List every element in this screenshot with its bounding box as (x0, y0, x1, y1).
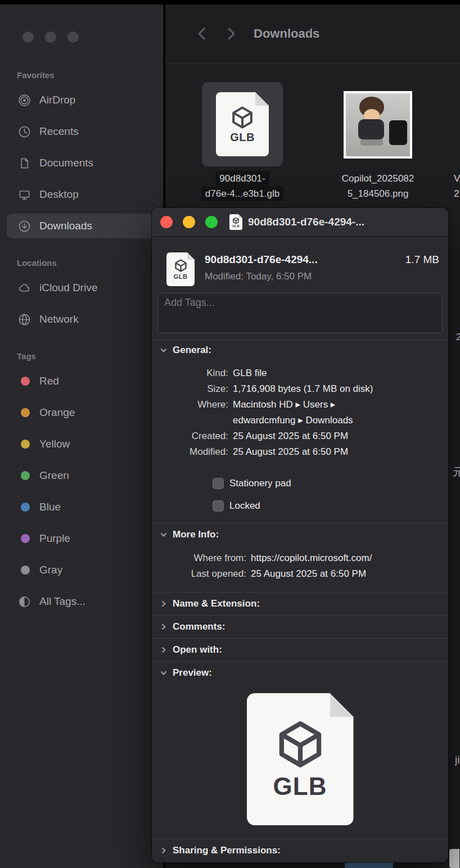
sidebar-item-all-tags[interactable]: All Tags... (7, 589, 156, 614)
sidebar-item-label: Network (39, 313, 79, 326)
info-row-created: Created: 25 August 2025 at 6:50 PM (152, 428, 448, 444)
page-fold (255, 92, 269, 106)
section-name-extension[interactable]: Name & Extension: (152, 593, 448, 615)
minimize-button[interactable] (183, 216, 195, 228)
info-window-title: 90d8d301-d76e-4294-... (248, 216, 364, 228)
info-file-header: GLB 90d8d301-d76e-4294... 1.7 MB Modifie… (166, 252, 439, 286)
tag-green-dot (17, 471, 31, 480)
sidebar-item-label: Yellow (39, 438, 70, 450)
sidebar-item-label: Purple (39, 532, 70, 545)
sidebar-item-tag-orange[interactable]: Orange (7, 400, 156, 425)
info-row-where-from: Where from: https://copilot.microsoft.co… (152, 550, 448, 566)
back-button[interactable] (195, 25, 209, 42)
finder-screen: Favorites AirDrop Recents Documents Desk… (0, 0, 460, 868)
glb-file-icon: GLB (229, 214, 242, 230)
more-info-rows: Where from: https://copilot.microsoft.co… (152, 550, 448, 582)
sidebar-item-documents[interactable]: Documents (7, 151, 156, 175)
chevron-right-icon (160, 623, 168, 631)
sidebar-item-tag-gray[interactable]: Gray (7, 558, 156, 582)
sidebar-item-tag-yellow[interactable]: Yellow (7, 432, 156, 456)
file-name-line: d76e-4...e3b1.glb (201, 186, 283, 201)
document-icon (17, 157, 31, 170)
close-button[interactable] (160, 216, 173, 228)
sidebar-item-tag-purple[interactable]: Purple (7, 526, 156, 551)
cube-icon (230, 105, 255, 130)
airdrop-icon (17, 94, 31, 107)
section-preview[interactable]: Preview: (152, 662, 448, 684)
finder-traffic-lights (22, 31, 79, 43)
downloads-icon (17, 220, 31, 233)
info-row-modified: Modified: 25 August 2025 at 6:50 PM (152, 444, 448, 460)
info-traffic-lights (160, 216, 218, 228)
sidebar-item-tag-blue[interactable]: Blue (7, 495, 156, 519)
desktop-icon (17, 188, 31, 201)
edge-icon-fragment (449, 849, 459, 868)
get-info-window: GLB 90d8d301-d76e-4294-... GLB 90d8d301-… (152, 208, 448, 862)
preview-glb-icon: GLB (247, 693, 354, 825)
section-sharing-permissions[interactable]: Sharing & Permissions: (152, 839, 448, 862)
file-glb-tile[interactable]: GLB (202, 82, 283, 166)
sidebar-item-label: Documents (39, 157, 93, 169)
section-comments[interactable]: Comments: (152, 616, 448, 638)
file-name: 90d8d301-d76e-4294... (205, 254, 400, 266)
sidebar-item-label: Blue (39, 501, 61, 513)
file-name-line: Copilot_2025082 (342, 173, 414, 184)
sidebar-item-downloads[interactable]: Downloads (7, 214, 156, 238)
close-button[interactable] (22, 31, 34, 43)
sidebar-item-label: Downloads (39, 220, 92, 232)
png-thumbnail (346, 93, 410, 156)
cube-icon (174, 259, 188, 273)
forward-button[interactable] (224, 25, 238, 42)
stationery-pad-row: Stationery pad (213, 476, 448, 491)
sidebar-item-airdrop[interactable]: AirDrop (7, 88, 156, 112)
tags-field[interactable] (157, 293, 443, 333)
edge-file-name-fragment: 元 (453, 464, 460, 480)
window-title: Downloads (254, 26, 319, 41)
sidebar-section-tags: Tags (0, 346, 163, 367)
chevron-right-icon (160, 646, 168, 654)
section-general[interactable]: General: (152, 341, 448, 360)
edge-file-name-fragment: 2 (456, 329, 460, 345)
sidebar-item-label: Orange (39, 406, 75, 419)
info-row-where: Where: Macintosh HD ▸ Users ▸ edwardcmfu… (152, 397, 448, 428)
info-row-last-opened: Last opened: 25 August 2025 at 6:50 PM (152, 566, 448, 582)
file-name-line: 90d8d301- (215, 171, 269, 186)
sidebar-item-network[interactable]: Network (7, 307, 156, 332)
sidebar-item-label: Recents (39, 125, 79, 138)
file-modified: Modified: Today, 6:50 PM (205, 271, 439, 282)
clock-icon (17, 125, 31, 138)
sidebar-item-icloud-drive[interactable]: iCloud Drive (7, 275, 156, 300)
sidebar-item-recents[interactable]: Recents (7, 119, 156, 144)
tag-purple-dot (17, 534, 31, 543)
file-size: 1.7 MB (405, 254, 439, 266)
page-fold (330, 693, 354, 717)
zoom-button[interactable] (67, 31, 79, 43)
glb-file-icon: GLB (166, 252, 195, 286)
file-png-name[interactable]: Copilot_2025082 5_184506.png (310, 171, 445, 201)
sidebar-item-label: iCloud Drive (39, 282, 97, 294)
locked-checkbox[interactable] (213, 500, 224, 512)
sidebar-item-tag-red[interactable]: Red (7, 369, 156, 394)
sidebar-item-tag-green[interactable]: Green (7, 463, 156, 488)
finder-sidebar: Favorites AirDrop Recents Documents Desk… (0, 4, 164, 868)
add-tags-input[interactable] (163, 296, 439, 309)
stationery-pad-checkbox[interactable] (213, 478, 224, 489)
finder-toolbar: Downloads (165, 4, 460, 64)
info-row-kind: Kind: GLB file (152, 365, 448, 381)
section-more-info[interactable]: More Info: (152, 523, 448, 546)
chevron-right-icon (160, 600, 168, 608)
file-png-tile[interactable] (344, 91, 412, 159)
chevron-right-icon (160, 847, 168, 855)
glb-file-icon: GLB (216, 92, 269, 156)
section-open-with[interactable]: Open with: (152, 639, 448, 661)
sidebar-item-label: Red (39, 375, 59, 387)
sidebar-section-favorites: Favorites (0, 65, 163, 85)
zoom-button[interactable] (205, 216, 218, 228)
sidebar-item-desktop[interactable]: Desktop (7, 182, 156, 207)
edge-file-name-fragment: ji (455, 752, 459, 767)
cube-icon (274, 718, 326, 770)
minimize-button[interactable] (45, 31, 56, 43)
info-titlebar: GLB 90d8d301-d76e-4294-... (152, 208, 448, 237)
file-glb-name[interactable]: 90d8d301- d76e-4...e3b1.glb (175, 171, 310, 201)
chevron-down-icon (160, 346, 168, 354)
